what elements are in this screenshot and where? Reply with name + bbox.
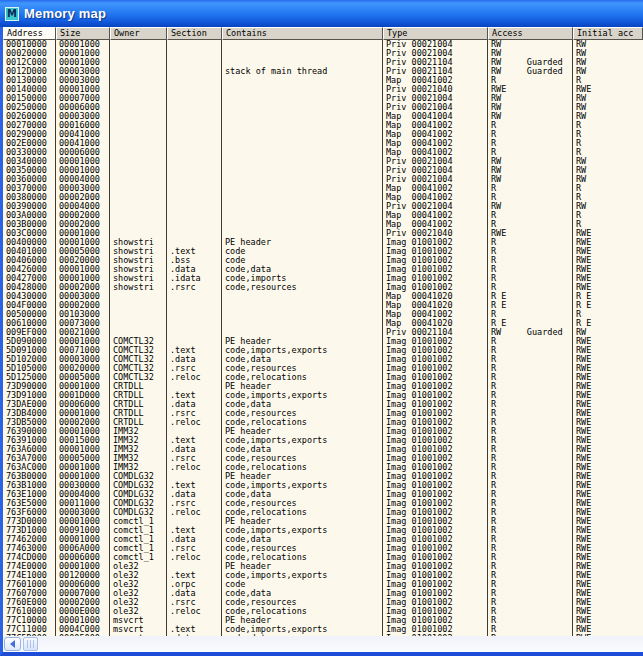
cell-type: Imag 01001002 bbox=[383, 418, 488, 427]
table-row[interactable]: 00020000 00001000 Priv 00021004 RW RW bbox=[3, 49, 643, 58]
table-row[interactable]: 00380000 00002000 Map 00041002 R R bbox=[3, 193, 643, 202]
table-row[interactable]: 00290000 00041000 Map 00041002 R R bbox=[3, 130, 643, 139]
table-row[interactable]: 76390000 00001000 IMM32 PE header Imag 0… bbox=[3, 427, 643, 436]
column-header-owner[interactable]: Owner bbox=[110, 27, 167, 40]
table-row[interactable]: 00130000 00003000 Map 00041002 R R bbox=[3, 76, 643, 85]
column-header-type[interactable]: Type bbox=[383, 27, 488, 40]
cell-initial-access: RWE bbox=[573, 463, 643, 472]
table-row[interactable]: 763F6000 00003000 COMDLG32 .reloc code,r… bbox=[3, 508, 643, 517]
scrollbar-thumb[interactable] bbox=[23, 637, 38, 651]
column-header-address[interactable]: Address bbox=[3, 27, 56, 40]
table-row[interactable]: 774CD000 00006000 comctl_1 .reloc code,r… bbox=[3, 553, 643, 562]
table-row[interactable]: 00610000 00073000 Map 00041020 R E R E bbox=[3, 319, 643, 328]
column-header-initial-access[interactable]: Initial acc bbox=[573, 27, 643, 40]
column-header-access[interactable]: Access bbox=[488, 27, 573, 40]
table-row[interactable]: 00427000 00001000 showstri .idata code,i… bbox=[3, 274, 643, 283]
table-row[interactable]: 00250000 00006000 Priv 00021004 RW RW bbox=[3, 103, 643, 112]
cell-initial-access: RW bbox=[573, 175, 643, 184]
table-row[interactable]: 003A0000 00002000 Map 00041002 R R bbox=[3, 211, 643, 220]
cell-section bbox=[167, 382, 222, 391]
table-row[interactable]: 00350000 00001000 Priv 00021004 RW RW bbox=[3, 166, 643, 175]
table-row[interactable]: 00426000 00001000 showstri .data code,da… bbox=[3, 265, 643, 274]
column-header-size[interactable]: Size bbox=[56, 27, 110, 40]
table-row[interactable]: 009EF000 00021000 Priv 00021104 RW Guard… bbox=[3, 328, 643, 337]
table-row[interactable]: 774E0000 00001000 ole32 PE header Imag 0… bbox=[3, 562, 643, 571]
table-row[interactable]: 77C11000 0004C000 msvcrt .text code,impo… bbox=[3, 625, 643, 634]
table-row[interactable]: 763A7000 00005000 IMM32 .rsrc code,resou… bbox=[3, 454, 643, 463]
table-row[interactable]: 73D91000 0001D000 CRTDLL .text code,impo… bbox=[3, 391, 643, 400]
cell-section: .bss bbox=[167, 256, 222, 265]
table-row[interactable]: 00330000 00006000 Map 00041002 R R bbox=[3, 148, 643, 157]
table-row[interactable]: 003C0000 00001000 Priv 00021040 RWE RWE bbox=[3, 229, 643, 238]
table-row[interactable]: 77610000 0000E000 ole32 .reloc code,relo… bbox=[3, 607, 643, 616]
table-row[interactable]: 7760E000 00002000 ole32 .rsrc code,resou… bbox=[3, 598, 643, 607]
table-row[interactable]: 00500000 00103000 Map 00041002 R R bbox=[3, 310, 643, 319]
table-row[interactable]: 5D105000 00020000 COMCTL32 .rsrc code,re… bbox=[3, 364, 643, 373]
table-row[interactable]: 00270000 00016000 Map 00041002 R R bbox=[3, 121, 643, 130]
table-row[interactable]: 773D1000 00091000 comctl_1 .text code,im… bbox=[3, 526, 643, 535]
table-row[interactable]: 5D102000 00003000 COMCTL32 .data code,da… bbox=[3, 355, 643, 364]
cell-size: 0000E000 bbox=[56, 607, 110, 616]
table-row[interactable]: 00390000 00004000 Priv 00021004 RW RW bbox=[3, 202, 643, 211]
cell-size: 00003000 bbox=[56, 292, 110, 301]
table-row[interactable]: 00140000 00001000 Priv 00021040 RWE RWE bbox=[3, 85, 643, 94]
table-row[interactable]: 76391000 00015000 IMM32 .text code,impor… bbox=[3, 436, 643, 445]
table-row[interactable]: 77601000 00006000 ole32 .orpc code Imag … bbox=[3, 580, 643, 589]
cell-owner bbox=[110, 49, 167, 58]
table-row[interactable]: 73DB5000 00002000 CRTDLL .reloc code,rel… bbox=[3, 418, 643, 427]
column-header-section[interactable]: Section bbox=[167, 27, 222, 40]
table-row[interactable]: 5D125000 00005000 COMCTL32 .reloc code,r… bbox=[3, 373, 643, 382]
table-row[interactable]: 5D091000 00071000 COMCTL32 .text code,im… bbox=[3, 346, 643, 355]
table-row[interactable]: 0012D000 00003000 stack of main thread P… bbox=[3, 67, 643, 76]
table-row[interactable]: 00340000 00001000 Priv 00021004 RW RW bbox=[3, 157, 643, 166]
cell-type: Priv 00021040 bbox=[383, 229, 488, 238]
table-row[interactable]: 0012C000 00001000 Priv 00021104 RW Guard… bbox=[3, 58, 643, 67]
cell-type: Imag 01001002 bbox=[383, 598, 488, 607]
table-row[interactable]: 004F0000 00002000 Map 00041020 R E R E bbox=[3, 301, 643, 310]
table-row[interactable]: 002E0000 00041000 Map 00041002 R R bbox=[3, 139, 643, 148]
table-row[interactable]: 003B0000 00002000 Map 00041002 R R bbox=[3, 220, 643, 229]
table-row[interactable]: 763E5000 00011000 COMDLG32 .rsrc code,re… bbox=[3, 499, 643, 508]
table-row[interactable]: 00360000 00004000 Priv 00021004 RW RW bbox=[3, 175, 643, 184]
cell-address: 004F0000 bbox=[3, 301, 56, 310]
cell-address: 009EF000 bbox=[3, 328, 56, 337]
cell-size: 00001000 bbox=[56, 265, 110, 274]
table-row[interactable]: 73DAE000 00006000 CRTDLL .data code,data… bbox=[3, 400, 643, 409]
table-row[interactable]: 00430000 00003000 Map 00041020 R E R E bbox=[3, 292, 643, 301]
table-row[interactable]: 77C10000 00001000 msvcrt PE header Imag … bbox=[3, 616, 643, 625]
cell-type: Map 00041020 bbox=[383, 301, 488, 310]
table-row[interactable]: 00370000 00003000 Map 00041002 R R bbox=[3, 184, 643, 193]
table-row[interactable]: 763B1000 00030000 COMDLG32 .text code,im… bbox=[3, 481, 643, 490]
table-row[interactable]: 00406000 00020000 showstri .bss code Ima… bbox=[3, 256, 643, 265]
title-bar[interactable]: M Memory map bbox=[0, 0, 643, 27]
table-row[interactable]: 00010000 00001000 Priv 00021004 RW RW bbox=[3, 40, 643, 49]
cell-section bbox=[167, 319, 222, 328]
scroll-left-button[interactable] bbox=[4, 637, 21, 651]
table-row[interactable]: 77607000 00007000 ole32 .data code,data … bbox=[3, 589, 643, 598]
horizontal-scrollbar[interactable] bbox=[3, 636, 643, 652]
table-row[interactable]: 00400000 00001000 showstri PE header Ima… bbox=[3, 238, 643, 247]
table-row[interactable]: 774E1000 00120000 ole32 .text code,impor… bbox=[3, 571, 643, 580]
table-row[interactable]: 773D0000 00001000 comctl_1 PE header Ima… bbox=[3, 517, 643, 526]
memory-map-icon[interactable]: M bbox=[5, 7, 19, 21]
table-row[interactable]: 00150000 00007000 Priv 00021004 RW RW bbox=[3, 94, 643, 103]
table-row[interactable]: 00428000 00002000 showstri .rsrc code,re… bbox=[3, 283, 643, 292]
table-row[interactable]: 00401000 00005000 showstri .text code Im… bbox=[3, 247, 643, 256]
cell-size: 00006000 bbox=[56, 103, 110, 112]
column-header-contains[interactable]: Contains bbox=[222, 27, 383, 40]
cell-contains: PE header bbox=[222, 562, 383, 571]
table-row[interactable]: 763B0000 00001000 COMDLG32 PE header Ima… bbox=[3, 472, 643, 481]
cell-owner bbox=[110, 121, 167, 130]
table-row[interactable]: 77463000 0006A000 comctl_1 .rsrc code,re… bbox=[3, 544, 643, 553]
cell-address: 73DAE000 bbox=[3, 400, 56, 409]
table-row[interactable]: 5D090000 00001000 COMCTL32 PE header Ima… bbox=[3, 337, 643, 346]
table-row[interactable]: 73DB4000 00001000 CRTDLL .rsrc code,reso… bbox=[3, 409, 643, 418]
cell-contains: code,relocations bbox=[222, 418, 383, 427]
table-row[interactable]: 00260000 00003000 Map 00041004 RW RW bbox=[3, 112, 643, 121]
cell-access: R bbox=[488, 274, 573, 283]
table-row[interactable]: 763AC000 00001000 IMM32 .reloc code,relo… bbox=[3, 463, 643, 472]
table-row[interactable]: 763E1000 00004000 COMDLG32 .data code,da… bbox=[3, 490, 643, 499]
table-row[interactable]: 73D90000 00001000 CRTDLL PE header Imag … bbox=[3, 382, 643, 391]
table-row[interactable]: 77462000 00001000 comctl_1 .data code,da… bbox=[3, 535, 643, 544]
table-row[interactable]: 763A6000 00001000 IMM32 .data code,data … bbox=[3, 445, 643, 454]
